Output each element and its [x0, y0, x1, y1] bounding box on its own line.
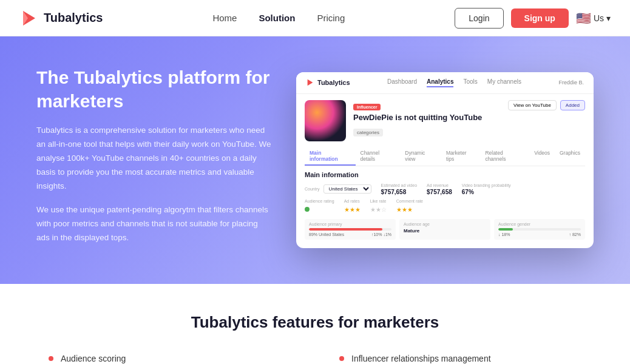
logo[interactable]: Tubalytics	[19, 8, 103, 28]
nav-solution[interactable]: Solution	[259, 13, 295, 23]
metric-branding: Video branding probability 67%	[462, 183, 511, 195]
features-grid: Audience scoring Influencer relationship…	[49, 354, 581, 365]
audience-gender-bar-male	[498, 228, 513, 231]
audience-gender-card: Audience gender ↓ 18% ↑ 82%	[494, 219, 585, 240]
ad-rates-label: Ad rates	[344, 199, 361, 203]
metric-value-estimated: $757,658	[381, 189, 418, 195]
ad-rates: Ad rates ★★★	[344, 199, 361, 214]
view-youtube-button[interactable]: View on YouTube	[508, 100, 557, 110]
chevron-down-icon: ▾	[606, 13, 611, 23]
audience-gender-bar	[498, 228, 581, 231]
audience-gender-data: ↓ 18% ↑ 82%	[498, 232, 581, 237]
category-badge: categories	[353, 129, 383, 136]
tab-main-info[interactable]: Main information	[305, 147, 356, 166]
signup-button[interactable]: Sign up	[511, 8, 569, 28]
audience-primary-bar-fill	[309, 228, 382, 231]
hero-section: The Tubalytics platform for marketers Tu…	[0, 36, 630, 284]
feature-text-3: Influencer relationships management	[351, 354, 491, 363]
mockup-nav: Dashboard Analytics Tools My channels	[387, 78, 521, 87]
tab-channel-details[interactable]: Channel details	[356, 147, 401, 166]
audience-primary-pct: 89% United States	[309, 232, 344, 237]
hero-desc-2: We use the unique patent-pending algoryt…	[36, 203, 272, 245]
ratings-row: Audience rating Ad rates ★★★ Like rate ★…	[305, 199, 585, 214]
mockup-nav-dashboard: Dashboard	[387, 78, 417, 87]
metric-estimated: Estimated ad video $757,658	[381, 183, 418, 195]
login-button[interactable]: Login	[455, 8, 503, 29]
mockup-nav-analytics: Analytics	[427, 78, 453, 87]
hero-desc-1: Tubalytics is a comprehensive solution f…	[36, 124, 272, 194]
metric-value-adrevenue: $757,658	[427, 189, 452, 195]
audience-rating-dot	[305, 207, 310, 212]
mockup-nav-channels: My channels	[487, 78, 521, 87]
features-section: Tubalytics features for marketers Audien…	[0, 284, 630, 365]
tab-marketer-tips[interactable]: Marketer tips	[441, 147, 480, 166]
country-row: Country United States Estimated ad video…	[305, 183, 585, 195]
channel-thumbnail	[305, 100, 346, 141]
comment-rate-label: Comment rate	[396, 199, 423, 203]
channel-info: Influencer PewDiePie is not quitting You…	[353, 100, 501, 136]
nav-actions: Login Sign up 🇺🇸 Us ▾	[455, 8, 611, 29]
logo-icon	[19, 8, 39, 28]
country-label: Country	[305, 187, 320, 191]
nav-links: Home Solution Pricing	[212, 13, 345, 23]
tab-videos[interactable]: Videos	[529, 147, 555, 166]
feature-text-1: Audience scoring	[61, 354, 126, 363]
like-rate-stars: ★★☆	[370, 206, 387, 213]
mockup-main-content: Influencer PewDiePie is not quitting You…	[296, 94, 594, 248]
like-rate: Like rate ★★☆	[370, 199, 387, 214]
dashboard-mockup: Tubalytics Dashboard Analytics Tools My …	[296, 72, 594, 248]
comment-rate: Comment rate ★★★	[396, 199, 423, 214]
metric-label-adrevenue: Ad revenue	[427, 183, 452, 187]
audience-age-label: Audience age	[404, 222, 486, 226]
audience-gender-male: ↓ 18%	[498, 232, 510, 237]
audience-age-value: Mature	[404, 228, 486, 234]
comment-rate-stars: ★★★	[396, 206, 413, 213]
audience-primary-data: 89% United States ↑10% ↓1%	[309, 232, 391, 237]
metric-value-branding: 67%	[462, 189, 511, 195]
like-rate-label: Like rate	[370, 199, 387, 203]
audience-primary-card: Audience primary 89% United States ↑10% …	[305, 219, 396, 240]
mockup-header: Tubalytics Dashboard Analytics Tools My …	[296, 72, 594, 94]
hero-title: The Tubalytics platform for marketers	[36, 66, 272, 113]
flag-icon: 🇺🇸	[576, 11, 591, 25]
audience-grid: Audience primary 89% United States ↑10% …	[305, 219, 585, 240]
tab-related-channels[interactable]: Related channels	[480, 147, 529, 166]
mockup-nav-tools: Tools	[463, 78, 477, 87]
mockup-logo-text: Tubalytics	[317, 79, 350, 86]
navbar: Tubalytics Home Solution Pricing Login S…	[0, 0, 630, 36]
mockup-logo: Tubalytics	[306, 78, 350, 87]
feature-dot-3	[339, 356, 344, 361]
tab-dynamic-view[interactable]: Dynamic view	[400, 147, 441, 166]
nav-pricing[interactable]: Pricing	[317, 13, 345, 23]
influencer-badge: Influencer	[353, 104, 381, 110]
audience-rating: Audience rating	[305, 199, 334, 214]
metric-label-estimated: Estimated ad video	[381, 183, 418, 187]
svg-marker-2	[308, 79, 313, 86]
metric-label-branding: Video branding probability	[462, 183, 511, 187]
hero-content: The Tubalytics platform for marketers Tu…	[36, 66, 272, 255]
thumb-art	[305, 100, 346, 141]
audience-primary-label: Audience primary	[309, 222, 391, 226]
ad-rates-stars: ★★★	[344, 206, 361, 213]
feature-dot-1	[49, 356, 53, 361]
audience-rating-label: Audience rating	[305, 199, 334, 203]
country-select[interactable]: United States	[323, 184, 371, 194]
feature-item-3: Influencer relationships management	[339, 354, 581, 363]
audience-primary-bar	[309, 228, 391, 231]
language-selector[interactable]: 🇺🇸 Us ▾	[576, 11, 611, 25]
tab-graphics[interactable]: Graphics	[555, 147, 585, 166]
lang-label: Us	[594, 13, 604, 23]
channel-row: Influencer PewDiePie is not quitting You…	[305, 100, 585, 141]
mockup-user: Freddie B.	[558, 79, 584, 86]
added-button[interactable]: Added	[560, 100, 585, 110]
mockup-body: Influencer PewDiePie is not quitting You…	[296, 94, 594, 248]
hero-mockup-container: Tubalytics Dashboard Analytics Tools My …	[272, 72, 594, 248]
channel-actions: View on YouTube Added	[508, 100, 585, 110]
features-title: Tubalytics features for marketers	[49, 313, 581, 332]
feature-item-1: Audience scoring	[49, 354, 291, 363]
audience-age-card: Audience age Mature	[399, 219, 490, 240]
channel-category: categories	[353, 126, 501, 136]
nav-home[interactable]: Home	[212, 13, 237, 23]
metric-adrevenue: Ad revenue $757,658	[427, 183, 452, 195]
channel-title: PewDiePie is not quitting YouTube	[353, 113, 501, 123]
